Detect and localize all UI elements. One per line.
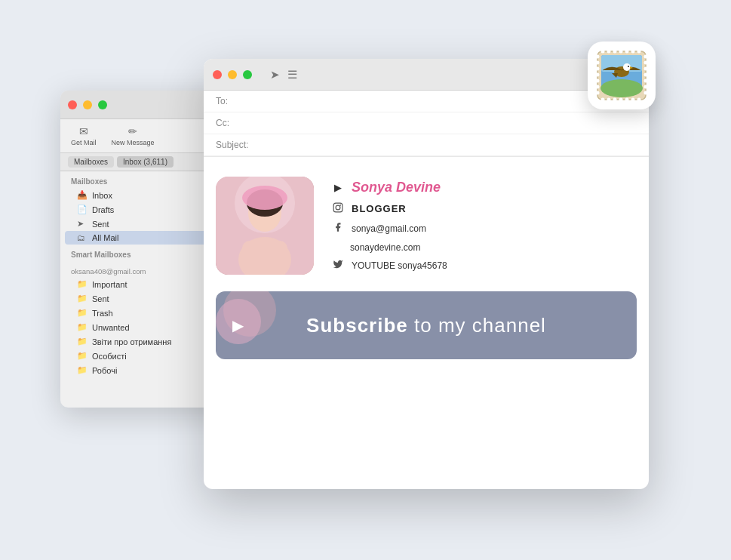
signature-card: ▶ Sonya Devine BLOGGER <box>216 169 637 359</box>
sent-icon: ➤ <box>77 219 88 229</box>
inbox-tab[interactable]: Inbox (3,611) <box>117 156 174 168</box>
reports-icon: 📁 <box>77 337 88 346</box>
svg-point-35 <box>644 73 648 77</box>
svg-point-36 <box>644 79 648 83</box>
compose-maximize-button[interactable] <box>243 70 252 79</box>
envelope-icon: ✉ <box>79 125 88 137</box>
svg-point-37 <box>644 85 648 89</box>
subscribe-banner[interactable]: ▶ Subscribe to my channel <box>216 291 637 359</box>
personal-label: Особисті <box>92 352 127 361</box>
svg-point-34 <box>644 67 648 71</box>
signature-name: Sonya Devine <box>352 180 441 195</box>
cc-label: Cc: <box>216 118 257 128</box>
svg-point-20 <box>613 98 617 102</box>
svg-point-24 <box>637 98 641 102</box>
sent-label: Sent <box>92 220 109 229</box>
svg-point-8 <box>336 205 340 210</box>
signature-top: ▶ Sonya Devine BLOGGER <box>216 169 637 282</box>
twitter-row: YOUTUBE sonya45678 <box>332 259 447 272</box>
compose-minimize-button[interactable] <box>228 70 237 79</box>
allmail-icon: 🗂 <box>77 233 88 242</box>
minimize-button[interactable] <box>83 100 92 109</box>
personal-icon: 📁 <box>77 351 88 361</box>
to-input[interactable] <box>257 96 637 106</box>
facebook-row: sonya@gmail.com <box>332 222 447 235</box>
important-icon: 📁 <box>77 279 88 289</box>
svg-point-4 <box>242 186 287 210</box>
list-icon[interactable]: ☰ <box>287 68 297 82</box>
app-icon-badge <box>588 42 656 109</box>
signature-title: BLOGGER <box>352 203 407 214</box>
svg-rect-6 <box>242 241 287 275</box>
svg-point-23 <box>631 98 635 102</box>
compose-titlebar: ➤ ☰ ↩ 📎 🖼 <box>204 59 649 91</box>
reports-label: Звіти про отримання <box>92 337 171 346</box>
svg-point-41 <box>600 79 643 97</box>
maximize-button[interactable] <box>98 100 107 109</box>
youtube-icon: ▶ <box>332 182 344 193</box>
sent2-icon: 📁 <box>77 294 88 303</box>
cc-input[interactable] <box>257 118 637 128</box>
svg-point-33 <box>644 61 648 65</box>
allmail-label: All Mail <box>92 233 118 242</box>
compose-fields: To: Cc: Subject: <box>204 91 649 157</box>
instagram-row: BLOGGER <box>332 202 447 215</box>
new-message-button[interactable]: ✏ New Message <box>112 125 155 146</box>
inbox-icon: 📥 <box>77 190 88 200</box>
svg-point-16 <box>631 50 635 54</box>
facebook-icon <box>332 222 344 235</box>
send-icon[interactable]: ➤ <box>270 68 280 82</box>
important-label: Important <box>92 280 127 289</box>
compose-toolbar-icons: ➤ ☰ <box>270 68 297 82</box>
twitter-icon <box>332 259 344 272</box>
drafts-icon: 📄 <box>77 205 88 214</box>
compose-icon: ✏ <box>128 125 137 137</box>
subscribe-text: Subscribe to my channel <box>306 314 546 337</box>
new-message-label: New Message <box>112 139 155 146</box>
svg-point-14 <box>619 50 623 54</box>
subject-label: Subject: <box>216 140 257 150</box>
svg-point-11 <box>601 50 605 54</box>
compose-window: ➤ ☰ ↩ 📎 🖼 To: Cc: Subject: <box>204 59 649 489</box>
website-row: sonaydevine.com <box>332 240 447 254</box>
svg-point-44 <box>628 66 629 67</box>
mail-app-icon <box>595 49 648 102</box>
svg-point-38 <box>644 91 648 95</box>
svg-point-17 <box>637 50 641 54</box>
close-button[interactable] <box>68 100 77 109</box>
play-arrow-icon: ▶ <box>232 316 244 334</box>
svg-point-12 <box>607 50 611 54</box>
svg-point-19 <box>607 98 611 102</box>
svg-rect-7 <box>333 203 342 212</box>
svg-point-43 <box>623 63 631 71</box>
signature-photo <box>216 177 314 275</box>
signature-youtube: YOUTUBE sonya45678 <box>352 260 447 271</box>
svg-point-22 <box>625 98 629 102</box>
work-label: Робочі <box>92 366 117 375</box>
drafts-label: Drafts <box>92 205 114 214</box>
svg-point-21 <box>619 98 623 102</box>
to-field-row: To: <box>204 91 649 112</box>
youtube-row: ▶ Sonya Devine <box>332 180 447 195</box>
subject-input[interactable] <box>257 140 637 150</box>
mailboxes-tab[interactable]: Mailboxes <box>68 156 114 168</box>
get-mail-button[interactable]: ✉ Get Mail <box>71 125 97 146</box>
subject-field-row: Subject: <box>204 134 649 156</box>
svg-point-30 <box>596 85 600 89</box>
unwanted-icon: 📁 <box>77 322 88 332</box>
compose-close-button[interactable] <box>213 70 222 79</box>
instagram-icon <box>332 202 344 215</box>
signature-info: ▶ Sonya Devine BLOGGER <box>332 178 447 273</box>
svg-point-18 <box>601 98 605 102</box>
svg-point-26 <box>596 61 600 65</box>
signature-website: sonaydevine.com <box>350 242 420 253</box>
get-mail-label: Get Mail <box>71 139 97 146</box>
work-icon: 📁 <box>77 365 88 375</box>
trash-label: Trash <box>92 309 113 318</box>
svg-point-32 <box>644 55 648 59</box>
trash-icon: 📁 <box>77 308 88 318</box>
svg-point-28 <box>596 73 600 77</box>
inbox-label: Inbox <box>92 191 112 200</box>
svg-point-27 <box>596 67 600 71</box>
svg-point-25 <box>596 55 600 59</box>
